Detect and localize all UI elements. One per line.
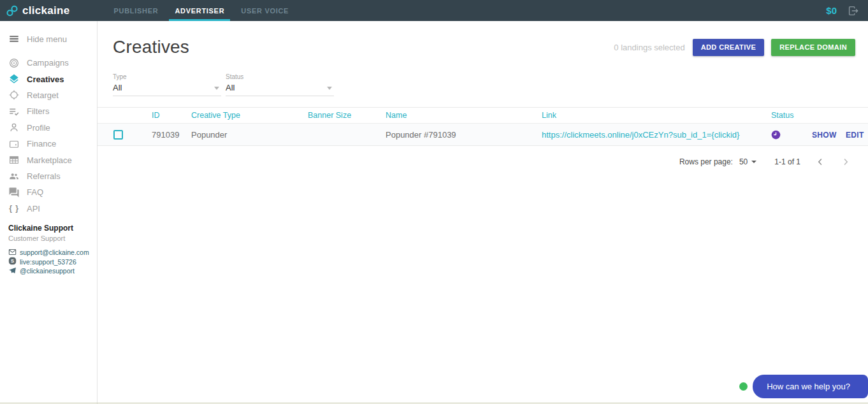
sidebar-item-filters[interactable]: Filters (0, 103, 97, 119)
cell-edit-action: EDIT (846, 130, 868, 140)
replace-domain-button[interactable]: REPLACE DOMAIN (771, 39, 855, 56)
sidebar-item-label: Finance (27, 139, 56, 148)
support-telegram-label: @clickainesupport (20, 267, 75, 275)
top-navbar: clickaine PUBLISHER ADVERTISER USER VOIC… (0, 0, 868, 21)
status-filter-select[interactable]: Status All (226, 73, 334, 96)
chevron-down-icon (751, 161, 756, 163)
row-checkbox[interactable] (113, 130, 123, 140)
sidebar-item-referrals[interactable]: Referrals (0, 168, 97, 184)
email-icon (8, 248, 17, 257)
support-email-label: support@clickaine.com (20, 249, 89, 256)
rows-per-page-select[interactable]: 50 (739, 157, 756, 166)
svg-text:S: S (11, 258, 14, 264)
support-skype-label: live:support_53726 (20, 258, 76, 266)
creative-link[interactable]: https://clickmeets.online/j0xCEzYn?sub_i… (542, 130, 739, 140)
layers-icon (8, 73, 20, 85)
tab-advertiser[interactable]: ADVERTISER (169, 0, 230, 21)
chat-prompt-button[interactable]: How can we help you? (753, 375, 868, 398)
telegram-icon (8, 266, 17, 276)
bottom-divider (0, 403, 868, 404)
table-header-row: ID Creative Type Banner Size Name Link S… (98, 108, 868, 123)
brand-name: clickaine (22, 4, 70, 17)
logout-icon[interactable] (848, 5, 859, 17)
hamburger-icon (8, 33, 20, 45)
column-header-creative-type[interactable]: Creative Type (191, 111, 308, 120)
type-filter-select[interactable]: Type All (113, 73, 221, 96)
table-row: 791039 Popunder Popunder #791039 https:/… (98, 123, 868, 146)
support-block: Clickaine Support Customer Support suppo… (0, 224, 97, 276)
cell-id: 791039 (152, 130, 191, 140)
next-page-button[interactable] (840, 156, 851, 168)
tab-publisher[interactable]: PUBLISHER (108, 0, 164, 21)
sidebar-item-label: Creatives (27, 75, 64, 84)
add-creative-button[interactable]: ADD CREATIVE (693, 39, 765, 56)
cell-show-action: SHOW (812, 130, 846, 140)
sidebar-item-label: API (27, 204, 40, 213)
status-filter-label: Status (226, 73, 334, 80)
sidebar-item-finance[interactable]: Finance (0, 136, 97, 152)
status-filter-value: All (226, 80, 334, 96)
sidebar-item-campaigns[interactable]: Campaigns (0, 55, 97, 71)
type-filter-label: Type (113, 73, 221, 80)
main-content: Creatives 0 landings selected ADD CREATI… (98, 21, 868, 404)
column-header-name[interactable]: Name (386, 111, 542, 120)
hide-menu-button[interactable]: Hide menu (0, 32, 97, 46)
sidebar-item-api[interactable]: { } API (0, 201, 97, 217)
sidebar-item-label: Marketplace (27, 155, 72, 165)
chat-icon (8, 187, 20, 198)
sidebar-item-label: Profile (27, 123, 50, 133)
sidebar-item-faq[interactable]: FAQ (0, 184, 97, 200)
person-icon (8, 122, 20, 133)
support-email[interactable]: support@clickaine.com (8, 248, 97, 257)
support-skype[interactable]: S live:support_53726 (8, 257, 97, 266)
column-header-status[interactable]: Status (771, 111, 812, 120)
support-title: Clickaine Support (8, 224, 97, 233)
pagination: Rows per page: 50 1-1 of 1 (98, 146, 868, 168)
column-header-id[interactable]: ID (152, 111, 191, 120)
page-title: Creatives (113, 37, 189, 57)
cell-name: Popunder #791039 (386, 130, 542, 140)
balance-amount[interactable]: $0 (826, 5, 837, 16)
support-contacts: support@clickaine.com S live:support_537… (8, 248, 97, 276)
header-actions: 0 landings selected ADD CREATIVE REPLACE… (614, 39, 855, 56)
sidebar-item-label: Campaigns (27, 58, 69, 68)
support-subtitle: Customer Support (8, 234, 97, 242)
support-telegram[interactable]: @clickainesupport (8, 266, 97, 276)
clickaine-logo-icon (5, 4, 19, 18)
brand[interactable]: clickaine (5, 4, 70, 18)
braces-icon: { } (8, 203, 20, 214)
edit-button[interactable]: EDIT (846, 131, 864, 140)
sidebar-item-label: Referrals (27, 171, 61, 181)
rows-per-page-value: 50 (739, 157, 748, 166)
tab-user-voice[interactable]: USER VOICE (235, 0, 294, 21)
sidebar-item-creatives[interactable]: Creatives (0, 71, 97, 87)
column-header-link[interactable]: Link (542, 111, 771, 120)
filter-check-icon (8, 106, 20, 117)
hide-menu-label: Hide menu (27, 34, 67, 44)
chat-widget[interactable]: How can we help you? (739, 375, 868, 398)
sidebar-item-profile[interactable]: Profile (0, 120, 97, 136)
selection-status: 0 landings selected (614, 43, 684, 52)
chevron-down-icon (214, 87, 219, 90)
grid-icon (8, 154, 20, 166)
sidebar-item-label: Retarget (27, 90, 59, 100)
navbar-right: $0 (826, 5, 868, 17)
sidebar-item-label: FAQ (27, 187, 43, 197)
show-button[interactable]: SHOW (812, 131, 837, 140)
cell-link: https://clickmeets.online/j0xCEzYn?sub_i… (542, 130, 771, 140)
sidebar-item-retarget[interactable]: Retarget (0, 87, 97, 103)
column-header-banner-size[interactable]: Banner Size (308, 111, 386, 120)
sidebar: Hide menu Campaigns Creatives (0, 21, 98, 404)
status-pending-clock-icon (771, 130, 812, 140)
pagination-range: 1-1 of 1 (774, 157, 800, 166)
sidebar-item-label: Filters (27, 106, 49, 116)
type-filter-value: All (113, 80, 221, 96)
sidebar-item-marketplace[interactable]: Marketplace (0, 152, 97, 168)
page-header: Creatives 0 landings selected ADD CREATI… (98, 21, 868, 57)
filters-row: Type All Status All (98, 73, 868, 96)
wallet-icon (8, 138, 20, 150)
previous-page-button[interactable] (814, 156, 826, 168)
sidebar-menu: Campaigns Creatives Retarget (0, 55, 97, 217)
creatives-table: ID Creative Type Banner Size Name Link S… (98, 107, 868, 146)
people-icon (8, 170, 20, 182)
